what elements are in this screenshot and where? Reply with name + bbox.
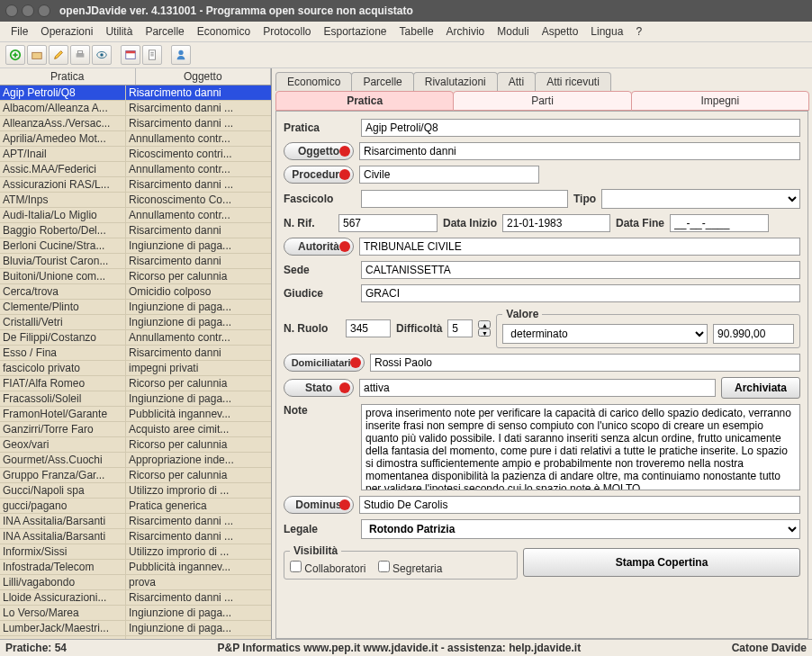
menu-utilità[interactable]: Utilità <box>100 23 138 40</box>
col-header-pratica[interactable]: Pratica <box>0 68 136 85</box>
table-row[interactable]: Baggio Roberto/Del...Risarcimento danni <box>0 223 271 238</box>
table-row[interactable]: ATM/InpsRiconoscimento Co... <box>0 193 271 208</box>
menu-?[interactable]: ? <box>630 23 647 40</box>
procedura-button[interactable]: Procedura <box>284 166 354 184</box>
table-row[interactable]: Assic.MAA/FedericiAnnullamento contr... <box>0 162 271 177</box>
table-row[interactable]: Geox/variRicorso per calunnia <box>0 437 271 453</box>
valore-select[interactable]: determinato <box>502 324 708 344</box>
table-row[interactable]: FIAT/Alfa RomeoRicorso per calunnia <box>0 376 271 391</box>
table-row[interactable]: Fracassoli/SoleilIngiunzione di paga... <box>0 391 271 407</box>
tab-atti[interactable]: Atti <box>497 72 536 91</box>
segretaria-checkbox[interactable]: Segretaria <box>378 562 443 575</box>
valore-num-field[interactable] <box>713 324 794 344</box>
pratica-field[interactable] <box>361 119 800 137</box>
table-row[interactable]: Assicurazioni RAS/L...Risarcimento danni… <box>0 177 271 193</box>
domiciliatario-field[interactable] <box>370 354 800 372</box>
diff-up-icon[interactable]: ▲ <box>478 320 491 328</box>
procedura-field[interactable] <box>359 166 539 184</box>
table-row[interactable]: Albacom/Alleanza A...Risarcimento danni … <box>0 101 271 116</box>
sede-field[interactable] <box>361 261 800 279</box>
data-fine-field[interactable] <box>670 214 769 232</box>
menu-lingua[interactable]: Lingua <box>585 23 628 40</box>
menu-file[interactable]: File <box>5 23 33 40</box>
autorita-button[interactable]: Autorità <box>284 238 354 256</box>
difficolta-field[interactable] <box>447 319 473 337</box>
col-header-oggetto[interactable]: Oggetto <box>136 68 272 85</box>
table-row[interactable]: INA Assitalia/BarsantiRisarcimento danni… <box>0 514 271 529</box>
fascicolo-field[interactable] <box>361 190 568 208</box>
tipo-select[interactable] <box>601 189 800 209</box>
table-row[interactable]: APT/InailRicoscimento contri... <box>0 147 271 162</box>
menu-moduli[interactable]: Moduli <box>492 23 534 40</box>
table-row[interactable]: Cristalli/VetriIngiunzione di paga... <box>0 315 271 330</box>
edit-icon[interactable] <box>49 45 68 65</box>
table-row[interactable]: AlleanzaAss./Versac...Risarcimento danni… <box>0 116 271 131</box>
table-row[interactable]: Gruppo Franza/Gar...Ricorso per calunnia <box>0 468 271 483</box>
table-row[interactable]: LumberJack/Maestri...Ingiunzione di paga… <box>0 621 271 636</box>
dominus-field[interactable] <box>359 496 800 514</box>
giudice-field[interactable] <box>361 284 800 302</box>
menu-archivio[interactable]: Archivio <box>441 23 491 40</box>
note-field[interactable]: prova inserimento note per verificare la… <box>361 404 800 490</box>
table-row[interactable]: Agip Petroli/Q8Risarcimento danni <box>0 85 271 101</box>
table-row[interactable]: Informix/SissiUtilizzo improrio di ... <box>0 544 271 560</box>
nruolo-field[interactable] <box>346 319 391 337</box>
tab-parcelle[interactable]: Parcelle <box>351 72 413 91</box>
table-row[interactable]: De Filippi/CostanzoAnnullamento contr... <box>0 330 271 346</box>
menu-protocollo[interactable]: Protocollo <box>257 23 316 40</box>
menu-tabelle[interactable]: Tabelle <box>394 23 439 40</box>
oggetto-button[interactable]: Oggetto <box>284 142 354 160</box>
stato-button[interactable]: Stato <box>284 379 354 397</box>
table-row[interactable]: Lloide Assicurazioni...Risarcimento dann… <box>0 590 271 606</box>
legale-select[interactable]: Rotondo Patrizia <box>361 519 800 539</box>
menu-operazioni[interactable]: Operazioni <box>35 23 98 40</box>
open-icon[interactable] <box>27 45 47 65</box>
table-row[interactable]: FramonHotel/GarantePubblicità ingannev..… <box>0 407 271 422</box>
menu-parcelle[interactable]: Parcelle <box>140 23 189 40</box>
document-icon[interactable] <box>142 45 162 65</box>
table-row[interactable]: Lo Verso/MareaIngiunzione di paga... <box>0 606 271 621</box>
oggetto-field[interactable] <box>359 142 800 160</box>
subtab-parti[interactable]: Parti <box>453 91 631 111</box>
table-row[interactable]: Bluvia/Tourist Caron...Risarcimento dann… <box>0 254 271 269</box>
table-row[interactable]: Clemente/PlintoIngiunzione di paga... <box>0 300 271 315</box>
table-row[interactable]: Buitoni/Unione com...Ricorso per calunni… <box>0 269 271 284</box>
table-row[interactable]: Cerca/trovaOmicidio colposo <box>0 284 271 300</box>
close-icon[interactable] <box>5 4 18 17</box>
dominus-button[interactable]: Dominus <box>284 496 354 514</box>
table-row[interactable]: Infostrada/TelecomPubblicità ingannev... <box>0 560 271 575</box>
calendar-icon[interactable] <box>121 45 140 65</box>
new-icon[interactable] <box>5 45 25 65</box>
domiciliatario-button[interactable]: Domiciliatario <box>284 354 365 372</box>
data-inizio-field[interactable] <box>502 214 610 232</box>
table-row[interactable]: Esso / FinaRisarcimento danni <box>0 346 271 361</box>
table-row[interactable]: fascicolo privatoimpegni privati <box>0 361 271 376</box>
table-row[interactable]: Gourmet/Ass.CuochiAppropriazione inde... <box>0 453 271 468</box>
table-row[interactable]: Audi-Italia/Lo MiglioAnnullamento contr.… <box>0 208 271 223</box>
tab-rivalutazioni[interactable]: Rivalutazioni <box>413 72 498 91</box>
table-row[interactable]: Gucci/Napoli spaUtilizzo improrio di ... <box>0 483 271 499</box>
autorita-field[interactable] <box>359 238 800 256</box>
table-row[interactable]: INA Assitalia/BarsantiRisarcimento danni… <box>0 529 271 544</box>
stampa-copertina-button[interactable]: Stampa Copertina <box>523 548 800 577</box>
menu-aspetto[interactable]: Aspetto <box>537 23 584 40</box>
tab-atti ricevuti[interactable]: Atti ricevuti <box>535 72 611 91</box>
minimize-icon[interactable] <box>22 4 34 17</box>
table-row[interactable]: Lilli/vagabondoprova <box>0 575 271 590</box>
print-icon[interactable] <box>70 45 90 65</box>
menu-esportazione[interactable]: Esportazione <box>319 23 392 40</box>
view-icon[interactable] <box>92 45 112 65</box>
diff-down-icon[interactable]: ▼ <box>478 328 491 337</box>
nrif-field[interactable] <box>338 214 438 232</box>
tab-economico[interactable]: Economico <box>275 72 352 91</box>
stato-field[interactable] <box>359 379 716 397</box>
table-row[interactable]: gucci/paganoPratica generica <box>0 499 271 514</box>
table-row[interactable]: Aprilia/Amedeo Mot...Annullamento contr.… <box>0 131 271 147</box>
maximize-icon[interactable] <box>38 4 50 17</box>
menu-economico[interactable]: Economico <box>192 23 256 40</box>
table-row[interactable]: Ganzirri/Torre FaroAcquisto aree cimit..… <box>0 422 271 437</box>
collaboratori-checkbox[interactable]: Collaboratori <box>290 562 365 575</box>
user-icon[interactable] <box>171 45 191 65</box>
table-row[interactable]: Berloni Cucine/Stra...Ingiunzione di pag… <box>0 238 271 254</box>
subtab-pratica[interactable]: Pratica <box>275 91 454 111</box>
